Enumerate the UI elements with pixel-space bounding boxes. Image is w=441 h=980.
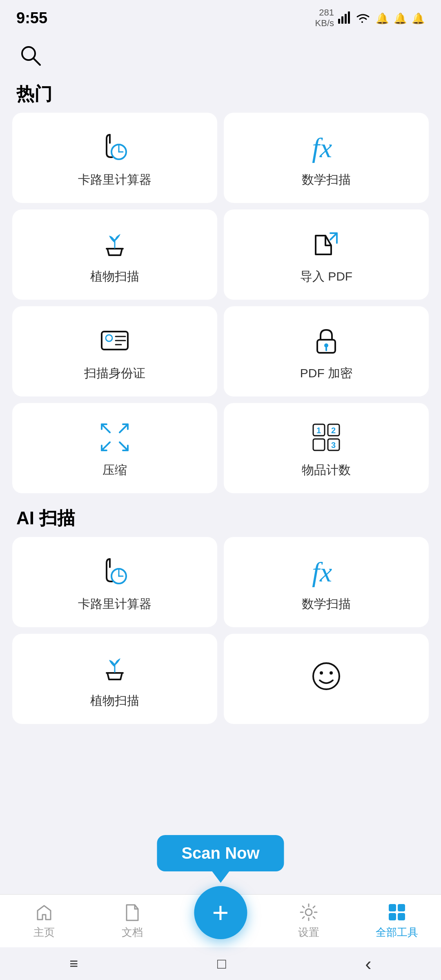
svg-text:1: 1 [316, 426, 321, 435]
ai-emoji-icon [310, 660, 343, 693]
hot-tools-grid: 卡路里计算器 fx 数学扫描 植物扫描 [0, 113, 441, 493]
ai-calorie-label: 卡路里计算器 [78, 596, 151, 612]
status-icons: 281KB/s 🔔 🔔 🔔 [315, 7, 425, 29]
home-icon [34, 902, 54, 922]
nav-home[interactable]: 主页 [0, 902, 88, 940]
ai-tool-emoji[interactable] [224, 634, 429, 724]
pdf-lock-icon [310, 324, 343, 357]
nav-docs-label: 文档 [122, 925, 143, 940]
search-area [0, 33, 441, 74]
network-speed: 281KB/s [315, 7, 334, 29]
ai-tools-grid: 卡路里计算器 fx 数学扫描 植物扫描 [0, 537, 441, 724]
search-icon [20, 45, 42, 67]
gesture-home[interactable]: □ [217, 955, 226, 972]
svg-point-16 [106, 335, 112, 341]
ai-tool-math[interactable]: fx 数学扫描 [224, 537, 429, 627]
nav-settings-label: 设置 [298, 925, 319, 940]
calorie-icon [98, 131, 131, 163]
tool-pdf-lock[interactable]: PDF 加密 [224, 306, 429, 396]
status-bar: 9:55 281KB/s 🔔 🔔 🔔 [0, 0, 441, 33]
svg-rect-43 [389, 904, 396, 911]
svg-line-23 [102, 424, 110, 432]
svg-line-14 [330, 233, 337, 240]
svg-text:🔔: 🔔 [412, 12, 425, 25]
svg-rect-3 [348, 11, 350, 24]
svg-rect-45 [389, 913, 396, 920]
ai-math-icon: fx [310, 555, 343, 588]
nav-tools-label: 全部工具 [376, 925, 418, 940]
count-label: 物品计数 [302, 462, 351, 479]
ai-section-title: AI 扫描 [0, 493, 441, 537]
notify3-icon: 🔔 [410, 11, 425, 25]
svg-text:2: 2 [331, 426, 336, 435]
id-scan-label: 扫描身份证 [84, 365, 145, 382]
wifi-icon [355, 11, 371, 25]
fab-scan-button[interactable]: + [194, 886, 247, 939]
svg-rect-31 [313, 439, 325, 450]
svg-line-8 [33, 58, 40, 65]
fab-plus-icon: + [212, 898, 229, 927]
ai-math-label: 数学扫描 [302, 596, 351, 612]
gesture-menu[interactable]: ≡ [69, 955, 78, 972]
math-icon: fx [310, 131, 343, 163]
compress-label: 压缩 [102, 462, 127, 479]
svg-text:🔔: 🔔 [376, 12, 389, 25]
plant-label: 植物扫描 [90, 268, 139, 285]
ai-tool-plant[interactable]: 植物扫描 [12, 634, 217, 724]
svg-rect-2 [345, 14, 347, 24]
settings-icon [299, 902, 318, 922]
signal-icon [337, 11, 352, 25]
tool-compress[interactable]: 压缩 [12, 403, 217, 493]
svg-line-26 [120, 442, 128, 450]
svg-text:fx: fx [312, 557, 332, 588]
search-button[interactable] [16, 41, 45, 70]
hot-section-title: 热门 [0, 74, 441, 113]
pdf-lock-label: PDF 加密 [300, 365, 352, 382]
scan-now-bubble: Scan Now [157, 835, 284, 871]
gesture-bar: ≡ □ ‹ [0, 947, 441, 980]
pdf-import-icon [310, 227, 343, 260]
svg-rect-46 [398, 913, 405, 920]
ai-plant-label: 植物扫描 [90, 693, 139, 709]
svg-text:fx: fx [312, 132, 332, 163]
math-label: 数学扫描 [302, 172, 351, 188]
docs-icon [122, 902, 142, 922]
notify1-icon: 🔔 [374, 11, 389, 25]
svg-line-24 [120, 424, 128, 432]
status-time: 9:55 [16, 9, 47, 27]
svg-point-40 [320, 671, 323, 675]
svg-rect-1 [341, 16, 343, 24]
ai-tool-calorie[interactable]: 卡路里计算器 [12, 537, 217, 627]
all-tools-icon [387, 902, 407, 922]
compress-icon [98, 421, 131, 454]
tool-calorie[interactable]: 卡路里计算器 [12, 113, 217, 203]
nav-home-label: 主页 [33, 925, 55, 940]
notify2-icon: 🔔 [392, 11, 407, 25]
tool-plant[interactable]: 植物扫描 [12, 209, 217, 300]
plant-icon [98, 227, 131, 260]
calorie-label: 卡路里计算器 [78, 172, 151, 188]
tool-id-scan[interactable]: 扫描身份证 [12, 306, 217, 396]
tool-count[interactable]: 1 2 3 物品计数 [224, 403, 429, 493]
ai-plant-icon [98, 652, 131, 684]
svg-rect-44 [398, 904, 405, 911]
svg-point-42 [305, 909, 312, 915]
gesture-back[interactable]: ‹ [365, 953, 371, 975]
nav-tools[interactable]: 全部工具 [353, 902, 441, 940]
svg-point-41 [330, 671, 333, 675]
main-scroll[interactable]: 热门 卡路里计算器 fx 数学扫描 [0, 74, 441, 882]
ai-calorie-icon [98, 555, 131, 588]
tool-math[interactable]: fx 数学扫描 [224, 113, 429, 203]
fab-container: Scan Now + [157, 835, 284, 939]
svg-point-39 [313, 663, 339, 689]
svg-rect-0 [338, 19, 340, 24]
svg-line-25 [102, 442, 110, 450]
id-scan-icon [98, 324, 131, 357]
pdf-import-label: 导入 PDF [300, 268, 352, 285]
svg-text:🔔: 🔔 [394, 12, 407, 25]
tool-pdf-import[interactable]: 导入 PDF [224, 209, 429, 300]
count-icon: 1 2 3 [310, 421, 343, 454]
svg-text:3: 3 [331, 441, 336, 450]
